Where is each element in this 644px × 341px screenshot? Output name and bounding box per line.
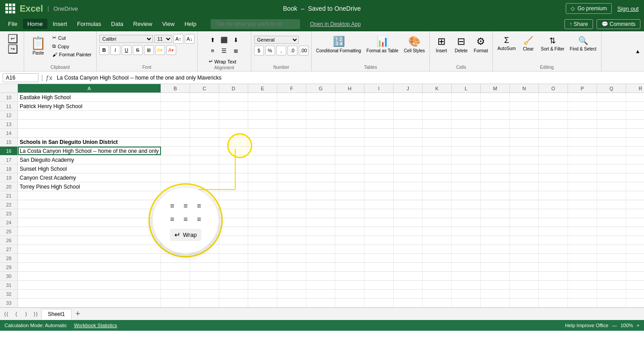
- cell[interactable]: [626, 182, 644, 191]
- cell[interactable]: [161, 290, 190, 298]
- cell[interactable]: [568, 209, 597, 218]
- row-number[interactable]: 27: [0, 245, 18, 253]
- cell[interactable]: [539, 236, 568, 244]
- cell[interactable]: [423, 209, 452, 218]
- cell[interactable]: [248, 299, 277, 307]
- cell[interactable]: [423, 200, 452, 209]
- cell[interactable]: [510, 164, 539, 173]
- cell[interactable]: [364, 245, 394, 253]
- cell[interactable]: [190, 102, 219, 110]
- col-header-r[interactable]: R: [626, 84, 644, 93]
- cell[interactable]: [423, 254, 452, 262]
- cell[interactable]: [626, 147, 644, 155]
- cell[interactable]: [510, 138, 539, 146]
- cell[interactable]: [277, 290, 306, 298]
- cell[interactable]: [394, 236, 423, 244]
- cell[interactable]: [335, 209, 364, 218]
- cell[interactable]: [306, 218, 335, 227]
- cell[interactable]: [539, 191, 568, 200]
- cell[interactable]: [568, 245, 597, 253]
- row-number[interactable]: 10: [0, 93, 18, 101]
- cell[interactable]: [481, 156, 510, 164]
- cell[interactable]: [539, 209, 568, 218]
- cell[interactable]: [248, 272, 277, 280]
- cell[interactable]: [597, 218, 626, 227]
- clear-button[interactable]: 🧹 Clear: [519, 34, 537, 53]
- cell[interactable]: [248, 227, 277, 236]
- cell[interactable]: [568, 254, 597, 262]
- cell[interactable]: [539, 111, 568, 119]
- wrap-text-button[interactable]: ↵ Wrap Text: [207, 58, 241, 65]
- cell[interactable]: [394, 138, 423, 146]
- cell[interactable]: [248, 164, 277, 173]
- cell[interactable]: [597, 236, 626, 244]
- cell[interactable]: [161, 254, 190, 262]
- cell[interactable]: [423, 299, 452, 307]
- cell[interactable]: [335, 299, 364, 307]
- find-select-button[interactable]: 🔍 Find & Select: [568, 34, 598, 53]
- cell[interactable]: [597, 182, 626, 191]
- cell[interactable]: [423, 191, 452, 200]
- cell[interactable]: [219, 281, 248, 289]
- cell[interactable]: [539, 164, 568, 173]
- cell[interactable]: [219, 129, 248, 137]
- cell[interactable]: [510, 191, 539, 200]
- cell[interactable]: [18, 236, 161, 244]
- cell[interactable]: [364, 129, 394, 137]
- sheet-nav-first[interactable]: ⟨⟨: [2, 310, 11, 319]
- cell[interactable]: [248, 200, 277, 209]
- font-color-button[interactable]: A▾: [166, 45, 176, 55]
- cell[interactable]: [481, 147, 510, 155]
- zoom-align-right-btn[interactable]: ≡: [193, 214, 205, 225]
- cell[interactable]: [18, 200, 161, 209]
- cell[interactable]: [190, 120, 219, 128]
- cell[interactable]: [452, 102, 481, 110]
- cell[interactable]: [423, 120, 452, 128]
- cell[interactable]: [335, 111, 364, 119]
- cell[interactable]: [481, 245, 510, 253]
- col-header-a[interactable]: A: [18, 84, 161, 93]
- cell[interactable]: [510, 236, 539, 244]
- cell[interactable]: [335, 173, 364, 182]
- share-button[interactable]: ↑ Share: [564, 19, 593, 29]
- cell[interactable]: [394, 147, 423, 155]
- col-header-i[interactable]: I: [364, 84, 394, 93]
- cell[interactable]: [539, 102, 568, 110]
- formula-input[interactable]: [55, 74, 641, 82]
- cell[interactable]: [18, 272, 161, 280]
- cell[interactable]: [248, 290, 277, 298]
- zoom-in-btn[interactable]: +: [637, 323, 640, 328]
- cell[interactable]: [190, 254, 219, 262]
- app-launcher-icon[interactable]: [5, 4, 15, 13]
- cell[interactable]: [481, 281, 510, 289]
- col-header-c[interactable]: C: [190, 84, 219, 93]
- format-painter-button[interactable]: 🖌 Format Painter: [51, 51, 93, 58]
- cell[interactable]: [161, 156, 190, 164]
- cell[interactable]: [277, 147, 306, 155]
- cell[interactable]: [161, 129, 190, 137]
- cell[interactable]: [277, 263, 306, 271]
- cell[interactable]: [248, 218, 277, 227]
- cell[interactable]: [161, 299, 190, 307]
- cell[interactable]: [394, 209, 423, 218]
- cell[interactable]: [481, 138, 510, 146]
- cell[interactable]: [306, 147, 335, 155]
- cell[interactable]: Patrick Henry High School: [18, 102, 161, 110]
- cell[interactable]: [248, 93, 277, 101]
- font-increase-button[interactable]: A↑: [174, 34, 183, 44]
- col-header-n[interactable]: N: [510, 84, 539, 93]
- cell[interactable]: [219, 272, 248, 280]
- cell[interactable]: [510, 129, 539, 137]
- cell[interactable]: [568, 173, 597, 182]
- align-left-button[interactable]: ≡: [207, 46, 218, 55]
- cell[interactable]: [452, 138, 481, 146]
- cell[interactable]: [423, 218, 452, 227]
- cell[interactable]: [335, 156, 364, 164]
- cell[interactable]: [597, 173, 626, 182]
- cell[interactable]: [219, 138, 248, 146]
- cell[interactable]: [510, 200, 539, 209]
- cell[interactable]: [510, 111, 539, 119]
- cell[interactable]: [394, 129, 423, 137]
- cell[interactable]: [423, 93, 452, 101]
- cell[interactable]: [481, 227, 510, 236]
